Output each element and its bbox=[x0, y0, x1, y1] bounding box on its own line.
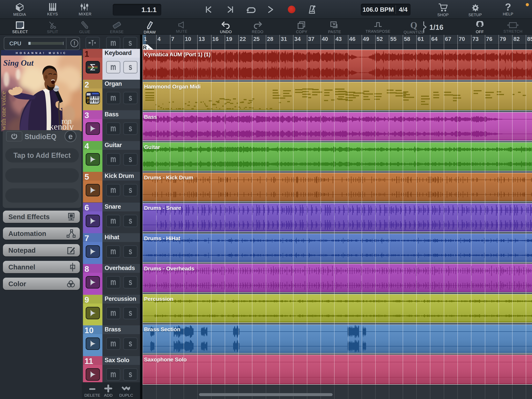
svg-text:2: 2 bbox=[87, 100, 89, 103]
svg-text:HOSANNA! MUSIC: HOSANNA! MUSIC bbox=[16, 51, 67, 55]
svg-text:Sing Out: Sing Out bbox=[3, 58, 34, 67]
svg-text:with one voice: with one voice bbox=[1, 91, 7, 130]
svg-text:kenoly: kenoly bbox=[49, 122, 74, 131]
